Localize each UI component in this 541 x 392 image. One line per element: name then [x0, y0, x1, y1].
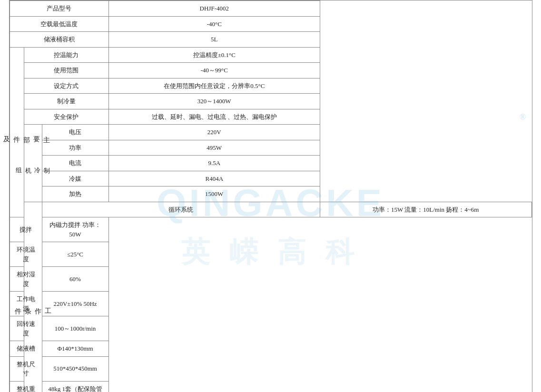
row-ambient-temp: 环境温度 ≤25°C	[10, 242, 531, 267]
value-heating: 1500W	[108, 186, 320, 202]
label-main-group1: 主要部件及性能	[10, 47, 24, 217]
label-voltage: 电压	[42, 125, 108, 140]
row-setting-method: 设定方式 在使用范围内任意设定，分辨率0.5°C	[10, 78, 531, 94]
value-safety: 过载、延时、漏电、过电流 、过热、漏电保护	[108, 109, 320, 125]
label-circulation: 循环系统	[42, 202, 320, 217]
value-tank-volume: 5L	[108, 32, 320, 48]
row-current: 电流 9.5A	[10, 156, 531, 171]
value-circulation: 功率：15W 流量：10L/min 扬程：4~6m	[320, 202, 532, 217]
label-weight: 整机重量	[10, 381, 42, 392]
label-reservoir: 储液槽	[10, 341, 42, 357]
label-temp-control: 控温能力	[24, 47, 108, 63]
value-use-range: -40～99°C	[108, 63, 320, 78]
label-power: 功率	[42, 140, 108, 156]
label-min-temp: 空载最低温度	[10, 16, 108, 32]
value-cooling-capacity: 320～1400W	[108, 94, 320, 109]
value-ambient-temp: ≤25°C	[42, 242, 108, 267]
label-refrigerant: 冷媒	[42, 171, 108, 186]
label-safety: 安全保护	[24, 109, 108, 125]
value-setting-method: 在使用范围内任意设定，分辨率0.5°C	[108, 78, 320, 94]
value-product-model: DHJF-4002	[108, 1, 320, 17]
value-temp-control: 控温精度±0.1°C	[108, 47, 320, 63]
value-stir: 内磁力搅拌 功率：50W	[42, 217, 108, 242]
value-voltage: 220V	[108, 125, 320, 140]
label-ambient-temp: 环境温度	[10, 242, 42, 267]
label-sub-group-compressor: 制冷机组	[24, 125, 42, 202]
row-temp-control: 主要部件及性能 控温能力 控温精度±0.1°C	[10, 47, 531, 63]
label-dimensions: 整机尺寸	[10, 356, 42, 381]
row-refrigerant: 冷媒 R404A	[10, 171, 531, 186]
value-min-temp: -40°C	[108, 16, 320, 32]
value-rotation-speed: 100～1000r/min	[42, 316, 108, 341]
label-rotation-speed: 回转速度	[10, 316, 42, 341]
label-cooling-capacity: 制冷量	[24, 94, 108, 109]
row-safety: 安全保护 过载、延时、漏电、过电流 、过热、漏电保护	[10, 109, 531, 125]
row-tank-volume: 储液桶容积 5L	[10, 32, 531, 48]
row-cooling-capacity: 制冷量 320～1400W	[10, 94, 531, 109]
label-current: 电流	[42, 156, 108, 171]
row-weight: 整机重量 48kg 1套（配保险管4支）	[10, 381, 531, 392]
row-power: 功率 495W	[10, 140, 531, 156]
value-refrigerant: R404A	[108, 171, 320, 186]
value-reservoir: Φ140*130mm	[42, 341, 108, 357]
label-use-range: 使用范围	[24, 63, 108, 78]
row-circulation: 工作条件 循环系统 功率：15W 流量：10L/min 扬程：4~6m	[10, 202, 531, 217]
row-reservoir: 储液槽 Φ140*130mm	[10, 341, 531, 357]
label-product-model: 产品型号	[10, 1, 108, 17]
row-use-range: 使用范围 -40～99°C	[10, 63, 531, 78]
value-power: 495W	[108, 140, 320, 156]
row-humidity: 相对湿度 60%	[10, 267, 531, 292]
row-voltage: 制冷机组 电压 220V	[10, 125, 531, 140]
row-min-temp: 空载最低温度 -40°C	[10, 16, 531, 32]
label-humidity: 相对湿度	[10, 267, 42, 292]
label-setting-method: 设定方式	[24, 78, 108, 94]
value-weight: 48kg 1套（配保险管4支）	[42, 381, 108, 392]
row-heating: 加热 1500W	[10, 186, 531, 202]
value-current: 9.5A	[108, 156, 320, 171]
row-power-supply: 工作电源 220V±10% 50Hz	[10, 292, 531, 316]
label-stir: 搅拌	[10, 217, 42, 242]
value-dimensions: 510*450*450mm	[42, 356, 108, 381]
row-dimensions: 整机尺寸 510*450*450mm	[10, 356, 531, 381]
row-product-model: 产品型号 DHJF-4002	[10, 1, 531, 17]
label-tank-volume: 储液桶容积	[10, 32, 108, 48]
row-rotation-speed: 回转速度 100～1000r/min	[10, 316, 531, 341]
value-humidity: 60%	[42, 267, 108, 292]
row-stir: 搅拌 内磁力搅拌 功率：50W	[10, 217, 531, 242]
label-heating: 加热	[42, 186, 108, 202]
spec-table-container: QINGACKE 英 嵘 高 科 ® 产品型号 DHJF-4002 空载最低温度…	[9, 0, 532, 392]
